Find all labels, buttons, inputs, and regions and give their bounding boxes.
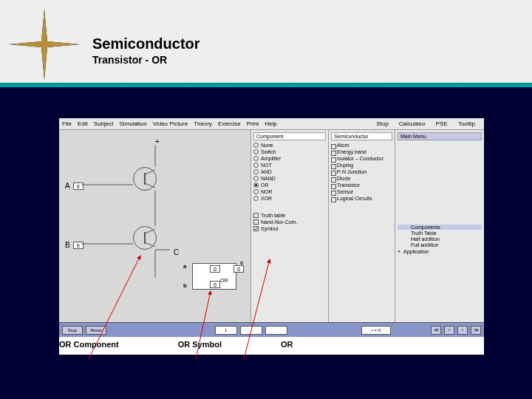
menu-file[interactable]: File <box>62 120 72 127</box>
annotation-or-symbol: OR Symbol <box>178 340 222 349</box>
topic-isolator-conductor[interactable]: Isolator – Conductor <box>331 156 392 161</box>
topic-sensor[interactable]: Sensor <box>331 189 392 194</box>
menu-application[interactable]: Application <box>398 249 482 254</box>
reset-button[interactable]: Reset <box>86 326 106 335</box>
svg-line-12 <box>145 170 155 174</box>
or-pin-b: b <box>183 282 187 289</box>
menu-simulation[interactable]: Simulation <box>119 120 146 127</box>
menu-edit[interactable]: Edit <box>78 120 88 127</box>
or-gate-label: OR <box>220 278 228 283</box>
menu-subject[interactable]: Subject <box>94 120 114 127</box>
check-nand-nor-com-[interactable]: Nand-Nor-Com. <box>253 219 326 225</box>
svg-line-16 <box>145 242 155 247</box>
topic-logical-circuits[interactable]: Logical Circuits <box>331 196 392 201</box>
component-radio-or[interactable]: OR <box>253 183 326 188</box>
stop-button[interactable]: Stop <box>62 326 83 335</box>
annotation-or: OR <box>281 340 293 349</box>
nav-first[interactable]: ≪ <box>431 326 441 335</box>
star-icon <box>7 7 81 81</box>
component-radio-nand[interactable]: NAND <box>253 176 326 181</box>
topic-panel: Semiconductor AtomEnergy bandIsolator – … <box>329 130 395 322</box>
component-radio-nor[interactable]: NOR <box>253 189 326 194</box>
menu-stop[interactable]: Stop <box>376 120 388 127</box>
status-value-2 <box>240 326 262 335</box>
annotation-or-component: OR Component <box>59 340 119 349</box>
status-value-1: 1 <box>215 326 237 335</box>
nav-next[interactable]: › <box>457 326 468 335</box>
topic-panel-header: Semiconductor <box>331 132 392 140</box>
or-pin-a: a <box>183 263 186 270</box>
topic-transistor[interactable]: Transistor <box>331 183 392 188</box>
menu-tooltip[interactable]: Tooltip <box>458 120 475 127</box>
component-radio-switch[interactable]: Switch <box>253 149 326 154</box>
topic-p-n-junction[interactable]: P-N Junction <box>331 169 392 174</box>
nav-prev[interactable]: ‹ <box>444 326 454 335</box>
circuit-canvas[interactable]: + A0 B0 C <box>59 130 251 322</box>
svg-line-15 <box>145 229 155 233</box>
main-menu-panel: Main Menu ComponentsTruth TableHalf addi… <box>395 130 484 322</box>
circuit-wires <box>59 130 251 322</box>
menu-exercise[interactable]: Exercise <box>218 120 241 127</box>
annotations: OR Component OR Symbol OR <box>59 340 293 349</box>
topic-doping[interactable]: Doping <box>331 163 392 168</box>
component-radio-and[interactable]: AND <box>253 169 326 174</box>
svg-marker-2 <box>9 9 80 80</box>
component-panel-header: Component <box>253 132 326 140</box>
component-panel: Component NoneSwitchAmplifierNOTANDNANDO… <box>251 130 329 322</box>
submenu-truth-table[interactable]: Truth Table <box>398 231 482 236</box>
status-value-3 <box>265 326 287 335</box>
topic-energy-band[interactable]: Energy band <box>331 149 392 154</box>
time-display: t = 0 <box>361 326 391 335</box>
component-radio-xor[interactable]: XOR <box>253 196 326 201</box>
submenu-half-addition[interactable]: Half addition <box>398 236 482 242</box>
menu-theory[interactable]: Theory <box>194 120 212 127</box>
component-radio-amplifier[interactable]: Amplifier <box>253 156 326 161</box>
submenu-full-addition[interactable]: Full addition <box>398 242 482 248</box>
or-c-value: 0 <box>233 265 244 273</box>
page-subtitle: Transistor - OR <box>92 54 200 66</box>
menubar: File Edit Subject Simulation Video Pictu… <box>59 118 484 130</box>
component-radio-not[interactable]: NOT <box>253 163 326 168</box>
topic-diode[interactable]: Diode <box>331 176 392 181</box>
or-b-value: 0 <box>210 281 220 288</box>
menu-print[interactable]: Print <box>247 120 259 127</box>
topic-atom[interactable]: Atom <box>331 143 392 148</box>
svg-line-13 <box>145 183 155 188</box>
main-menu-header[interactable]: Main Menu <box>398 132 482 140</box>
or-a-value: 0 <box>210 265 220 273</box>
nav-last[interactable]: ≫ <box>471 326 481 335</box>
menu-help[interactable]: Help <box>265 120 276 127</box>
divider <box>0 83 532 87</box>
menu-calculator[interactable]: Calculator <box>399 120 426 127</box>
component-radio-none[interactable]: None <box>253 143 326 148</box>
menu-video[interactable]: Video Picture <box>153 120 188 127</box>
check-truth-table[interactable]: Truth table <box>253 213 326 218</box>
page-title: Semiconductor <box>92 35 200 52</box>
check-symbol[interactable]: Symbol <box>253 226 326 231</box>
submenu-components[interactable]: Components <box>398 225 482 230</box>
app-window: File Edit Subject Simulation Video Pictu… <box>59 118 484 340</box>
statusbar: Stop Reset 1 t = 0 ≪ ‹ › ≫ <box>59 322 484 337</box>
menu-pse[interactable]: PSE <box>436 120 448 127</box>
